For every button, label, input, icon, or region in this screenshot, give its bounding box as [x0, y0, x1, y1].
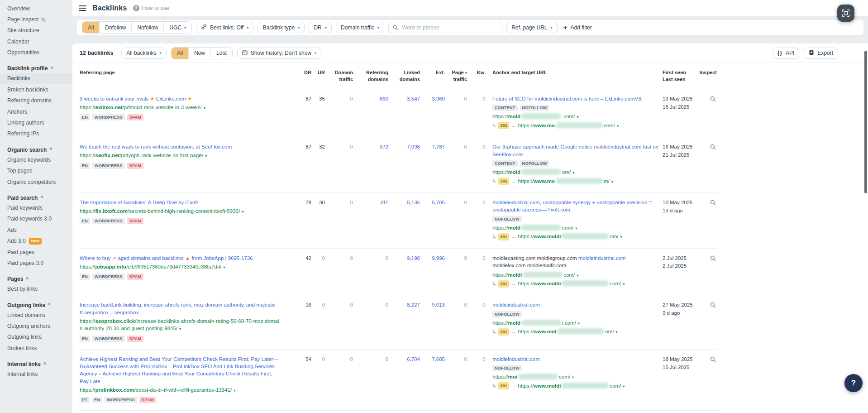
filter-all[interactable]: All — [82, 22, 99, 33]
inspect-icon[interactable] — [710, 143, 716, 150]
sidebar-item-organic-competitors[interactable]: Organic competitors — [0, 177, 72, 187]
chevron-down-icon[interactable]: ▾ — [205, 154, 207, 158]
cell-ext[interactable]: 7,605 — [420, 355, 445, 403]
inspect-icon[interactable] — [710, 255, 716, 261]
referring-page-title[interactable]: 3 weeks to outrank your rivals ★ ExLinko… — [80, 95, 280, 102]
backlink-type-filter[interactable]: Backlink type ▾ — [258, 22, 305, 33]
col-referring-domains[interactable]: Referring domains — [353, 69, 388, 83]
sidebar-item-best-by-links[interactable]: Best by links — [0, 284, 72, 295]
sidebar-item-outgoing-anchors[interactable]: Outgoing anchors — [0, 321, 72, 332]
chevron-down-icon[interactable]: ▾ — [623, 384, 625, 389]
filter-nofollow[interactable]: Nofollow — [131, 22, 163, 33]
cell-referring-domains[interactable]: 311 — [353, 199, 388, 241]
cell-linked-domains[interactable]: 9,198 — [388, 255, 420, 288]
cell-ext[interactable]: 9,013 — [420, 301, 445, 341]
col-dr[interactable]: DR — [290, 69, 311, 83]
cell-ext[interactable]: 9,996 — [420, 255, 445, 288]
anchor-link[interactable]: Our 3-phase approach made Google notice … — [492, 144, 658, 157]
chevron-down-icon[interactable]: ▾ — [575, 226, 577, 231]
chevron-down-icon[interactable]: ▾ — [611, 179, 613, 184]
col-kw[interactable]: Kw. — [467, 69, 486, 83]
chevron-down-icon[interactable]: ▾ — [234, 388, 235, 393]
sidebar-item-linked-domains[interactable]: Linked domains — [0, 310, 72, 321]
col-ur[interactable]: UR — [311, 69, 325, 83]
col-domain-traffic[interactable]: Domain traffic — [325, 69, 353, 83]
col-anchor[interactable]: Anchor and target URL — [486, 69, 663, 83]
state-all[interactable]: All — [172, 48, 188, 59]
sidebar-item-paid-keywords-3-0[interactable]: Paid keywords 3.0 — [0, 214, 72, 225]
sidebar-item-ads[interactable]: Ads — [0, 225, 72, 235]
anchor-link[interactable]: moldieindustrial.com, unstoppable synerg… — [492, 200, 652, 213]
cell-ext[interactable]: 7,787 — [420, 143, 445, 185]
api-button[interactable]: {} API — [773, 48, 800, 59]
sidebar-item-paid-keywords[interactable]: Paid keywords — [0, 202, 72, 213]
col-first-last-seen[interactable]: First seen Last seen — [663, 69, 698, 83]
referring-page-title[interactable]: The Importance of Backlinks: A Deep Dive… — [80, 199, 280, 206]
scope-dropdown[interactable]: All backlinks ▾ — [121, 48, 166, 59]
cell-linked-domains[interactable]: 6,704 — [388, 355, 420, 403]
chevron-down-icon[interactable]: ▾ — [620, 235, 622, 239]
cell-linked-domains[interactable]: 5,135 — [388, 199, 420, 241]
sidebar-item-referring-ips[interactable]: Referring IPs — [0, 129, 72, 139]
ref-page-url-filter[interactable]: Ref. page URL ▾ — [506, 22, 558, 33]
chevron-down-icon[interactable]: ▾ — [572, 170, 574, 175]
state-new[interactable]: New — [188, 48, 210, 59]
cell-referring-domains[interactable]: 372 — [353, 143, 388, 185]
sidebar-item-backlinks[interactable]: Backlinks — [0, 73, 72, 84]
chevron-down-icon[interactable]: ▾ — [578, 321, 580, 326]
sidebar-item-paid-pages-3-0[interactable]: Paid pages 3.0 — [0, 258, 72, 269]
cell-linked-domains[interactable]: 8,227 — [388, 301, 420, 341]
filter-ugc[interactable]: UGC ▾ — [163, 22, 191, 33]
how-to-use-link[interactable]: ? How to use — [133, 5, 169, 11]
sidebar-section-organic-search[interactable]: Organic search^ — [0, 145, 72, 154]
sidebar-item-page-inspect[interactable]: Page inspect — [0, 14, 72, 25]
add-filter-button[interactable]: + Add filter — [563, 24, 592, 31]
sidebar-item-internal-links[interactable]: Internal links — [0, 369, 72, 380]
sidebar-section-pages[interactable]: Pages^ — [0, 274, 72, 284]
help-button[interactable]: ? — [844, 374, 863, 392]
sidebar-item-site-structure[interactable]: Site structure — [0, 25, 72, 36]
filter-dofollow[interactable]: Dofollow — [99, 22, 131, 33]
search-input[interactable] — [401, 22, 498, 33]
chevron-down-icon[interactable]: ▾ — [577, 273, 578, 278]
dr-filter[interactable]: DR ▾ — [309, 22, 332, 33]
state-lost[interactable]: Lost — [210, 48, 232, 59]
chevron-down-icon[interactable]: ▾ — [223, 265, 225, 269]
chevron-down-icon[interactable]: ▾ — [179, 327, 181, 331]
referring-page-title[interactable]: We teach the real ways to rank without c… — [80, 143, 280, 150]
sidebar-item-opportunities[interactable]: Opportunities — [0, 48, 72, 58]
sidebar-section-internal-links[interactable]: Internal links^ — [0, 360, 72, 369]
sidebar-item-linking-authors[interactable]: Linking authors — [0, 118, 72, 129]
sidebar-item-ads-3-0[interactable]: Ads 3.0New — [0, 236, 72, 247]
sidebar-item-calendar[interactable]: Calendar — [0, 36, 72, 47]
referring-page-title[interactable]: Where to buy ↗ aged domains and backlink… — [80, 255, 280, 262]
anchor-link[interactable]: moldieindustrial.com — [492, 302, 540, 307]
scrollbar-thumb[interactable] — [864, 51, 867, 193]
chevron-down-icon[interactable]: ▾ — [623, 282, 625, 286]
domain-traffic-filter[interactable]: Domain traffic ▾ — [336, 22, 384, 33]
anchor-link[interactable]: Future of SEO for moldieindustrial.com i… — [492, 96, 643, 101]
sidebar-section-backlink-profile[interactable]: Backlink profile^ — [0, 64, 72, 73]
export-button[interactable]: Export — [804, 48, 838, 59]
chevron-down-icon[interactable]: ▾ — [204, 106, 205, 110]
sidebar-section-paid-search[interactable]: Paid search^ — [0, 193, 72, 202]
cell-ext[interactable]: 5,705 — [420, 199, 445, 241]
sidebar-item-outgoing-links[interactable]: Outgoing links — [0, 332, 72, 343]
anchor-link[interactable]: moldieindustrial.com — [578, 255, 626, 261]
chevron-down-icon[interactable]: ▾ — [577, 115, 578, 119]
chevron-down-icon[interactable]: ▾ — [615, 330, 617, 334]
sidebar-item-organic-keywords[interactable]: Organic keywords — [0, 154, 72, 165]
sidebar-item-paid-pages[interactable]: Paid pages — [0, 247, 72, 258]
referring-page-title[interactable]: Achieve Highest Ranking and Beat Your Co… — [80, 355, 280, 385]
cell-linked-domains[interactable]: 3,547 — [388, 95, 420, 130]
cell-referring-domains[interactable]: 660 — [353, 95, 388, 130]
inspect-icon[interactable] — [710, 301, 716, 308]
inspect-icon[interactable] — [710, 199, 716, 206]
anchor-link[interactable]: moldieindustrial.com — [492, 356, 540, 362]
col-referring-page[interactable]: Referring page — [80, 69, 290, 83]
best-links-filter[interactable]: Best links: Off ▾ — [196, 22, 253, 33]
chevron-down-icon[interactable]: ▾ — [617, 124, 619, 128]
sidebar-item-overview[interactable]: Overview — [0, 3, 72, 14]
sidebar-item-referring-domains[interactable]: Referring domains — [0, 96, 72, 106]
inspect-icon[interactable] — [710, 355, 716, 362]
